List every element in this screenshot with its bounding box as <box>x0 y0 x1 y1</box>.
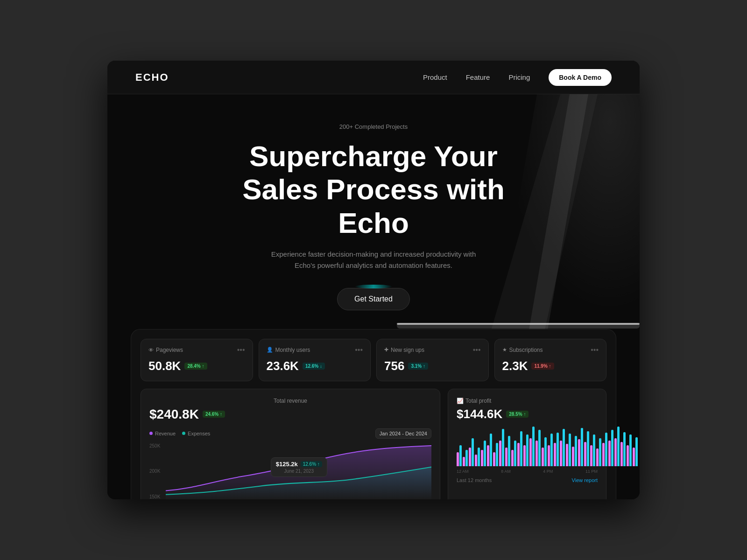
bar-group <box>511 441 516 466</box>
chart-tooltip: $125.2k 12.6% ↑ June 21, 2023 <box>271 457 327 477</box>
navbar: ECHO Product Feature Pricing Book A Demo <box>107 61 640 94</box>
pageviews-menu[interactable]: ••• <box>237 346 245 354</box>
bar-cyan <box>550 434 553 466</box>
pageviews-icon: 👁 <box>148 347 154 353</box>
bar-pink <box>542 448 544 466</box>
chart-controls: Revenue Expenses Jan 2024 - Dec 2024 <box>149 428 431 439</box>
monthly-users-menu[interactable]: ••• <box>355 346 363 354</box>
bar-pink <box>505 448 507 466</box>
y-label-250: 250K <box>149 443 160 448</box>
nav-feature[interactable]: Feature <box>466 73 490 81</box>
tooltip-date: June 21, 2023 <box>276 469 322 474</box>
bar-pink <box>554 443 556 466</box>
view-report-link[interactable]: View report <box>572 477 598 483</box>
bar-pink <box>560 441 562 466</box>
hero-title: Supercharge Your Sales Process with Echo <box>210 140 537 239</box>
bar-pink <box>602 443 605 466</box>
stat-subscriptions-header: ★ Subscriptions ••• <box>502 346 599 354</box>
bar-group <box>602 433 607 466</box>
bar-cyan <box>587 431 589 466</box>
subscriptions-menu[interactable]: ••• <box>591 346 599 354</box>
bar-pink <box>481 450 483 466</box>
subscriptions-icon: ★ <box>502 347 507 353</box>
bar-group <box>560 429 565 466</box>
monthly-users-value: 23.6K <box>267 359 299 373</box>
profit-bar-chart <box>457 429 598 466</box>
bottom-row: Total revenue $240.8K 24.6% ↑ Revenue Ex… <box>141 389 606 499</box>
stat-new-signups: ✚ New sign ups ••• 756 3.1% ↑ <box>376 339 489 381</box>
subscriptions-badge: 11.9% ↑ <box>531 363 554 370</box>
bar-group <box>463 450 468 466</box>
bar-cyan <box>629 434 632 466</box>
bar-cyan <box>520 431 522 466</box>
bar-group <box>493 443 498 466</box>
book-demo-button[interactable]: Book A Demo <box>549 69 612 86</box>
bar-group <box>469 438 474 466</box>
subscriptions-value-row: 2.3K 11.9% ↑ <box>502 359 599 373</box>
bar-group <box>608 430 613 466</box>
bar-group <box>633 437 638 466</box>
bar-group <box>481 441 486 466</box>
y-label-200: 200K <box>149 469 160 474</box>
bar-pink <box>523 445 526 466</box>
bar-group <box>517 431 522 466</box>
stat-monthly-users-header: 👤 Monthly users ••• <box>267 346 363 354</box>
logo: ECHO <box>135 71 169 84</box>
pageviews-value-row: 50.8K 28.4% ↑ <box>148 359 245 373</box>
hero-badge: 200+ Completed Projects <box>339 123 408 130</box>
bar-pink <box>493 452 495 466</box>
stat-subscriptions-label: ★ Subscriptions <box>502 347 543 353</box>
date-range-picker[interactable]: Jan 2024 - Dec 2024 <box>375 428 431 439</box>
bar-cyan <box>581 428 583 466</box>
bar-pink <box>511 450 514 466</box>
bar-pink <box>633 448 635 466</box>
bar-group <box>487 434 492 466</box>
bar-pink <box>627 445 629 466</box>
stat-subscriptions: ★ Subscriptions ••• 2.3K 11.9% ↑ <box>494 339 607 381</box>
bar-pink <box>620 442 623 466</box>
bar-group <box>548 434 553 466</box>
bar-pink <box>572 447 574 466</box>
bar-cyan <box>569 434 571 466</box>
pageviews-value: 50.8K <box>148 359 181 373</box>
nav-product[interactable]: Product <box>423 73 447 81</box>
profit-badge: 28.5% ↑ <box>506 411 529 418</box>
expenses-dot <box>182 432 185 435</box>
monthly-users-badge: 12.6% ↓ <box>303 363 325 370</box>
profit-value-row: $144.6K 28.5% ↑ <box>457 407 598 421</box>
nav-pricing[interactable]: Pricing <box>508 73 530 81</box>
bar-cyan <box>538 430 541 466</box>
subscriptions-value: 2.3K <box>502 359 528 373</box>
bar-cyan <box>459 445 462 466</box>
bar-pink <box>499 441 501 466</box>
stat-pageviews-header: 👁 Pageviews ••• <box>148 346 245 354</box>
bar-cyan <box>532 427 535 466</box>
bar-cyan <box>599 438 601 466</box>
bar-group <box>614 427 620 466</box>
revenue-chart: 250K 200K 150K <box>149 443 431 499</box>
bar-cyan <box>465 450 468 466</box>
bar-pink <box>578 439 580 466</box>
bar-cyan <box>526 434 529 466</box>
profit-card: 📈 Total profit $144.6K 28.5% ↑ 12 AM 8 A… <box>448 389 606 499</box>
bar-group <box>590 434 595 466</box>
bar-pink <box>463 457 465 466</box>
bar-pink <box>614 438 617 466</box>
bar-group <box>596 438 601 466</box>
bar-x-labels: 12 AM 8 AM 4 PM 11 PM <box>457 469 598 474</box>
new-signups-icon: ✚ <box>384 347 388 353</box>
bar-cyan <box>605 433 607 466</box>
revenue-badge: 24.6% ↑ <box>203 411 225 418</box>
bar-pink <box>475 455 477 466</box>
bar-cyan <box>508 436 510 466</box>
bar-cyan <box>557 433 559 466</box>
new-signups-menu[interactable]: ••• <box>473 346 481 354</box>
get-started-button[interactable]: Get Started <box>337 288 410 310</box>
bar-cyan <box>635 437 638 466</box>
revenue-card: Total revenue $240.8K 24.6% ↑ Revenue Ex… <box>141 389 440 499</box>
bar-pink <box>517 443 520 466</box>
bar-group <box>572 436 577 466</box>
bar-group <box>529 427 535 466</box>
hero-section: 200+ Completed Projects Supercharge Your… <box>107 94 640 499</box>
bar-group <box>499 429 504 466</box>
